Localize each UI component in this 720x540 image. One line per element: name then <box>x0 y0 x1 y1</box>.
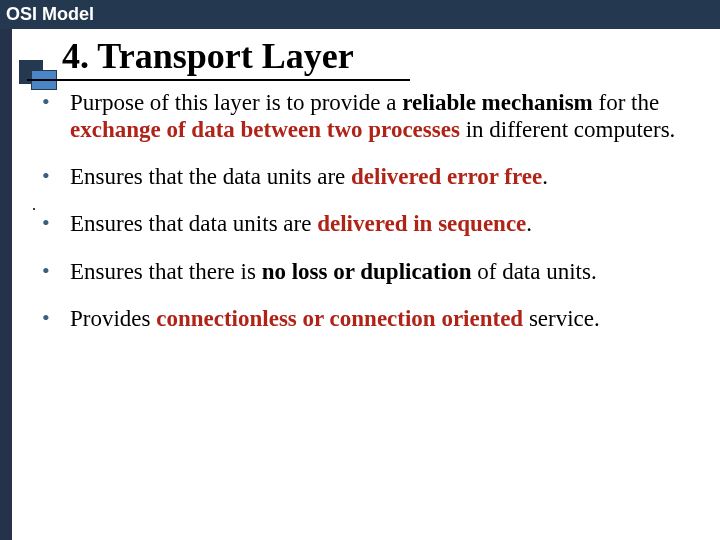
list-item: Provides connectionless or connection or… <box>36 305 690 332</box>
slide-title-wrap: 4. Transport Layer <box>62 35 690 79</box>
title-underline <box>27 79 410 81</box>
list-item: Purpose of this layer is to provide a re… <box>36 89 690 143</box>
text: in different computers. <box>460 117 675 142</box>
text: . <box>542 164 548 189</box>
bold-text: reliable mechanism <box>402 90 593 115</box>
logo-icon <box>19 60 57 90</box>
list-item: Ensures that the data units are delivere… <box>36 163 690 190</box>
emphasis-text: connectionless or connection oriented <box>156 306 523 331</box>
text: Provides <box>70 306 156 331</box>
text: Ensures that the data units are <box>70 164 351 189</box>
text: . <box>526 211 532 236</box>
slide-title: 4. Transport Layer <box>62 35 690 79</box>
stray-dot: . <box>32 196 36 214</box>
emphasis-text: exchange of data between two processes <box>70 117 460 142</box>
header-title: OSI Model <box>6 4 94 25</box>
bullet-list: Purpose of this layer is to provide a re… <box>0 89 690 332</box>
text: service. <box>523 306 600 331</box>
emphasis-text: delivered error free <box>351 164 542 189</box>
text: of data units. <box>471 259 596 284</box>
text: Ensures that data units are <box>70 211 317 236</box>
text: Ensures that there is <box>70 259 262 284</box>
emphasis-text: delivered in sequence <box>317 211 526 236</box>
left-rail <box>0 29 12 540</box>
list-item: Ensures that there is no loss or duplica… <box>36 258 690 285</box>
text: for the <box>593 90 659 115</box>
text: Purpose of this layer is to provide a <box>70 90 402 115</box>
list-item: Ensures that data units are delivered in… <box>36 210 690 237</box>
bold-text: no loss or duplication <box>262 259 472 284</box>
header-bar: OSI Model <box>0 0 720 29</box>
